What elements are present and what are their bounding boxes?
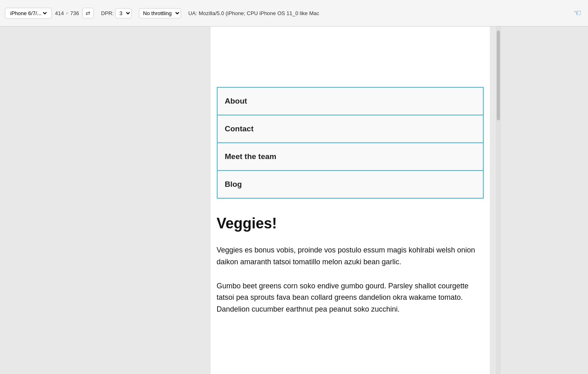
ua-label: UA: [188,10,197,16]
viewport-height: 736 [70,10,79,16]
content-para-1: Veggies es bonus vobis, proinde vos post… [217,244,484,268]
ua-value: Mozilla/5.0 (iPhone; CPU iPhone OS 11_0 … [199,10,319,16]
content-area: Veggies! Veggies es bonus vobis, proinde… [211,199,490,344]
rotate-button[interactable]: ⇄ [82,8,94,18]
nav-item-blog[interactable]: Blog [218,171,483,198]
ua-control: UA: Mozilla/5.0 (iPhone; CPU iPhone OS 1… [188,10,319,16]
dpr-label: DPR: [101,10,114,16]
dpr-dropdown[interactable]: 3 [115,8,132,18]
viewport-width: 414 [55,10,64,16]
device-selector[interactable]: iPhone 6/7/... [5,8,52,19]
device-dropdown[interactable]: iPhone 6/7/... [9,10,48,17]
viewport-wrapper: About Contact Meet the team Blog Veggies… [217,27,502,374]
dpr-control: DPR: 3 [101,8,132,18]
cursor-mode-button[interactable]: ☜ [572,6,583,20]
devtools-toolbar: iPhone 6/7/... 414 × 736 ⇄ DPR: 3 No thr… [0,0,588,27]
dimension-separator: × [66,10,69,16]
nav-item-meet-the-team[interactable]: Meet the team [218,143,483,171]
throttling-dropdown[interactable]: No throttling [139,8,181,18]
throttling-control: No throttling [139,8,181,18]
scrollbar-track[interactable] [496,27,501,374]
cursor-icon: ☜ [573,8,581,18]
viewport-dimensions: 414 × 736 [55,10,79,16]
nav-menu: About Contact Meet the team Blog [217,87,484,199]
content-para-2: Gumbo beet greens corn soko endive gumbo… [217,280,484,315]
content-heading: Veggies! [217,215,484,232]
main-area: About Contact Meet the team Blog Veggies… [0,27,588,374]
nav-item-contact[interactable]: Contact [218,115,483,143]
scrollbar-thumb[interactable] [497,31,500,120]
nav-item-about[interactable]: About [218,88,483,115]
phone-viewport: About Contact Meet the team Blog Veggies… [211,27,490,374]
